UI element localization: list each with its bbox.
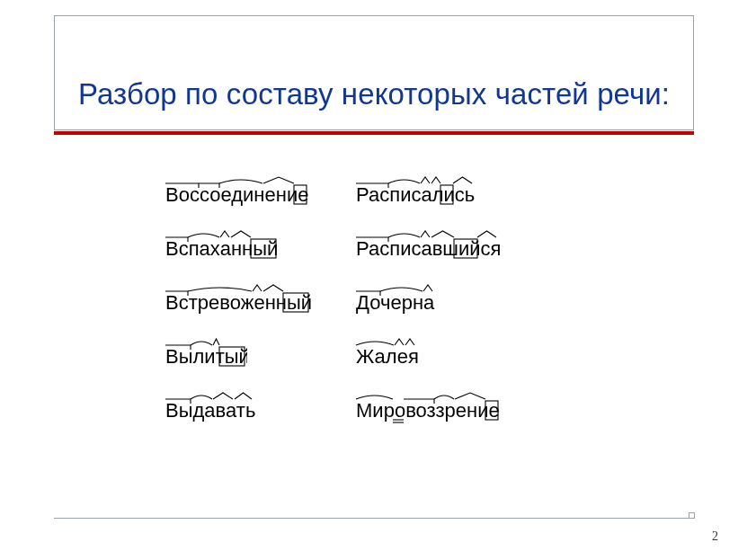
word-cell: Вспаханный (164, 221, 311, 275)
svg-text:Воссоединение: Воссоединение (165, 183, 308, 206)
word-column-right: РасписалисьРасписавшийсяДочернаЖалеяМиро… (354, 167, 501, 455)
word-cell: Мировоззрение (354, 383, 501, 437)
svg-text:Жалея: Жалея (356, 345, 419, 368)
word-cell: Расписавшийся (354, 221, 501, 275)
svg-text:Выдавать: Выдавать (165, 399, 255, 422)
svg-text:Расписавшийся: Расписавшийся (356, 237, 501, 260)
word-cell: Дочерна (354, 275, 501, 329)
footer-corner-mark (689, 512, 695, 519)
slide-title: Разбор по составу некоторых частей речи: (55, 16, 693, 111)
title-frame: Разбор по составу некоторых частей речи: (54, 15, 694, 130)
svg-text:Вылитый: Вылитый (165, 345, 247, 368)
word-cell: Воссоединение (164, 167, 311, 221)
svg-text:Встревоженный: Встревоженный (165, 291, 311, 314)
svg-text:Дочерна: Дочерна (356, 291, 435, 314)
svg-text:Вспаханный: Вспаханный (165, 237, 278, 260)
word-column-left: ВоссоединениеВспаханныйВстревоженныйВыли… (164, 167, 311, 455)
word-cell: Встревоженный (164, 275, 311, 329)
footer-rule (54, 518, 694, 519)
word-table: ВоссоединениеВспаханныйВстревоженныйВыли… (164, 167, 591, 455)
word-cell: Вылитый (164, 329, 311, 383)
word-cell: Выдавать (164, 383, 311, 437)
svg-text:Мировоззрение: Мировоззрение (356, 399, 500, 422)
svg-text:Расписались: Расписались (356, 183, 475, 206)
title-underline-red (54, 131, 694, 135)
page-number: 2 (712, 529, 718, 544)
word-cell: Жалея (354, 329, 501, 383)
word-cell: Расписались (354, 167, 501, 221)
